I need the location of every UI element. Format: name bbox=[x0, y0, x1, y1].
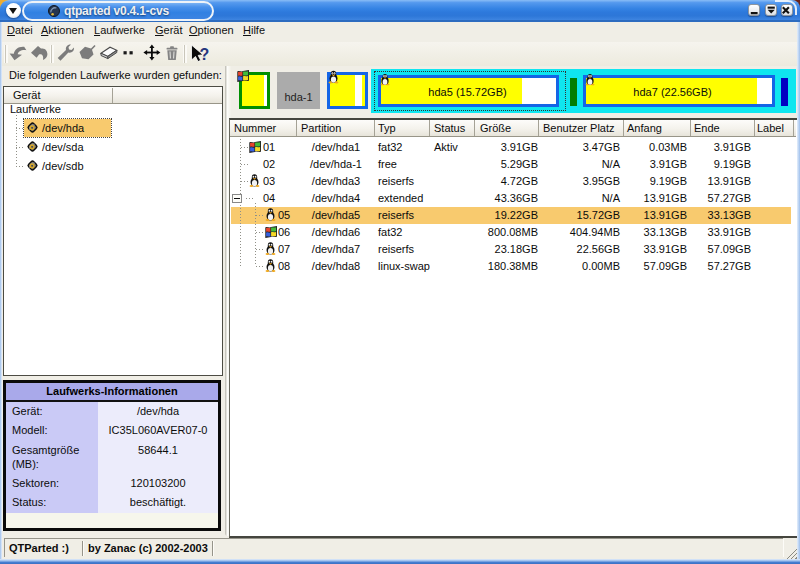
svg-text:?: ? bbox=[200, 46, 210, 63]
